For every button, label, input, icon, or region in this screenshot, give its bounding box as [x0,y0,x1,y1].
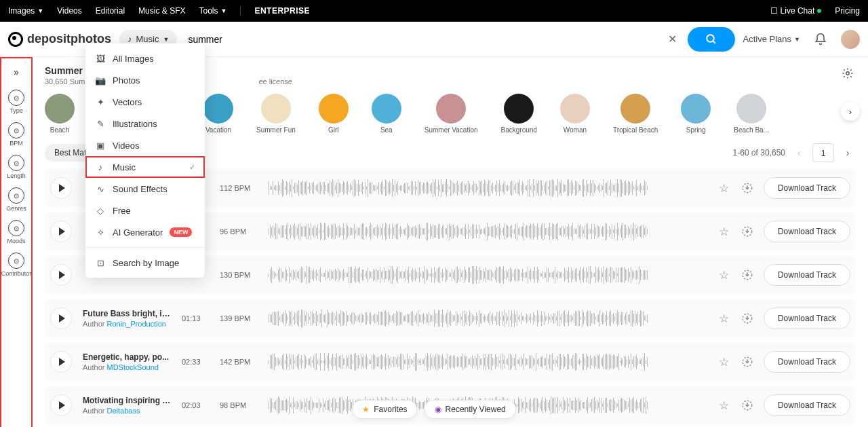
status-dot-icon [817,9,821,13]
track-bpm: 142 BPM [220,358,258,366]
author-link[interactable]: Deltabass [106,407,140,415]
chips-next-button[interactable]: › [841,102,860,121]
dropdown-item[interactable]: ✎Illustrations [85,113,205,134]
search-input[interactable] [185,29,657,50]
caret-down-icon: ▼ [163,36,169,43]
category-chip[interactable]: Girl [319,94,349,134]
topbar-right: ☐ Live Chat Pricing [770,6,860,16]
category-chip[interactable]: Beach [45,94,75,134]
dropdown-item[interactable]: ◇Free [85,200,205,221]
favorite-button[interactable]: ☆ [717,268,731,282]
category-chip[interactable]: Sea [372,94,401,134]
waveform[interactable] [269,265,707,285]
dropdown-item[interactable]: ♪Music✓ [85,156,205,178]
active-plans-button[interactable]: Active Plans▼ [743,34,800,44]
recently-viewed-button[interactable]: ◉Recently Viewed [425,400,516,419]
download-icon-button[interactable] [741,398,754,412]
waveform[interactable] [269,178,707,198]
nav-images[interactable]: Images▼ [8,6,43,16]
play-button[interactable] [50,394,72,416]
nav-tools[interactable]: Tools▼ [199,6,226,16]
play-button[interactable] [50,308,72,329]
topbar-left: Images▼ Videos Editorial Music & SFX Too… [8,6,310,16]
dropdown-item-icon: ✦ [95,96,106,107]
expand-filters-button[interactable]: » [5,62,27,81]
filter-item[interactable]: ⊙Length [1,151,32,183]
download-icon-button[interactable] [741,355,754,369]
search-button[interactable] [688,27,735,52]
nav-enterprise[interactable]: ENTERPRISE [240,6,310,16]
download-track-button[interactable]: Download Track [764,308,850,329]
clear-search-button[interactable]: ✕ [666,33,679,46]
filter-item[interactable]: ⊙Genres [1,183,32,216]
waveform[interactable] [269,308,707,329]
category-chip[interactable]: Summer Fun [256,94,296,134]
filter-item[interactable]: ⊙Type [1,86,32,118]
category-chip[interactable]: Tropical Beach [613,94,658,134]
user-avatar[interactable] [841,30,860,49]
dropdown-item-label: Illustrations [113,119,157,129]
download-icon-button[interactable] [741,181,754,195]
track-actions: ☆ Download Track [717,308,850,329]
download-track-button[interactable]: Download Track [764,351,850,373]
play-button[interactable] [50,221,72,242]
nav-music-sfx[interactable]: Music & SFX [138,6,185,16]
dropdown-item-label: AI Generator [113,227,163,238]
dropdown-item-icon: ◇ [95,205,106,216]
play-button[interactable] [50,351,72,373]
track-bpm: 130 BPM [220,271,258,279]
notifications-button[interactable] [811,30,830,49]
chip-label: Vacation [205,126,231,134]
dropdown-item[interactable]: 📷Photos [85,69,205,91]
pagination-range: 1-60 of 30,650 [733,148,785,157]
author-link[interactable]: Ronin_Production [106,320,165,328]
filter-item[interactable]: ⊙BPM [1,118,32,151]
category-chip[interactable]: Vacation [203,94,233,134]
nav-editorial[interactable]: Editorial [96,6,125,16]
track-duration: 01:13 [182,314,209,322]
category-chip[interactable]: Beach Ba... [734,94,769,134]
dropdown-item-label: Videos [113,141,140,151]
download-icon-button[interactable] [741,312,754,325]
nav-videos[interactable]: Videos [57,6,81,16]
dropdown-item[interactable]: ✦Vectors [85,91,205,113]
download-icon [741,399,753,411]
favorite-button[interactable]: ☆ [717,181,731,195]
dropdown-item[interactable]: ✧AI GeneratorNEW [85,221,205,243]
category-chip[interactable]: Background [501,94,537,134]
filter-label: Type [9,107,23,114]
favorite-button[interactable]: ☆ [717,355,731,369]
page-number-input[interactable]: 1 [812,143,834,162]
dropdown-item[interactable]: ▣Videos [85,134,205,156]
search-by-image-item[interactable]: ⊡Search by Image [85,252,205,274]
category-chip[interactable]: Woman [560,94,590,134]
live-chat-button[interactable]: ☐ Live Chat [770,6,822,16]
dropdown-item[interactable]: 🖼All Images [85,48,205,69]
waveform[interactable] [269,221,707,242]
download-track-button[interactable]: Download Track [764,177,850,199]
download-icon-button[interactable] [741,225,754,238]
favorite-button[interactable]: ☆ [717,398,731,412]
play-icon [59,314,65,322]
dropdown-item[interactable]: ∿Sound Effects [85,178,205,200]
download-track-button[interactable]: Download Track [764,394,850,416]
filter-item[interactable]: ⊙Contributor [1,248,32,281]
download-track-button[interactable]: Download Track [764,264,850,286]
page-next-button[interactable]: › [840,145,856,161]
play-button[interactable] [50,264,72,286]
filter-item[interactable]: ⊙Moods [1,216,32,248]
filter-icon: ⊙ [8,155,24,171]
favorite-button[interactable]: ☆ [717,312,731,325]
settings-button[interactable] [840,65,856,81]
favorites-button[interactable]: ★Favorites [352,400,417,419]
page-prev-button[interactable]: ‹ [791,145,807,161]
pricing-link[interactable]: Pricing [835,6,860,16]
author-link[interactable]: MDStockSound [106,363,158,371]
category-chip[interactable]: Summer Vacation [425,94,478,134]
waveform[interactable] [269,352,707,372]
download-track-button[interactable]: Download Track [764,221,850,242]
category-chip[interactable]: Spring [681,94,711,134]
favorite-button[interactable]: ☆ [717,225,731,238]
play-button[interactable] [50,177,72,199]
download-icon-button[interactable] [741,268,754,282]
